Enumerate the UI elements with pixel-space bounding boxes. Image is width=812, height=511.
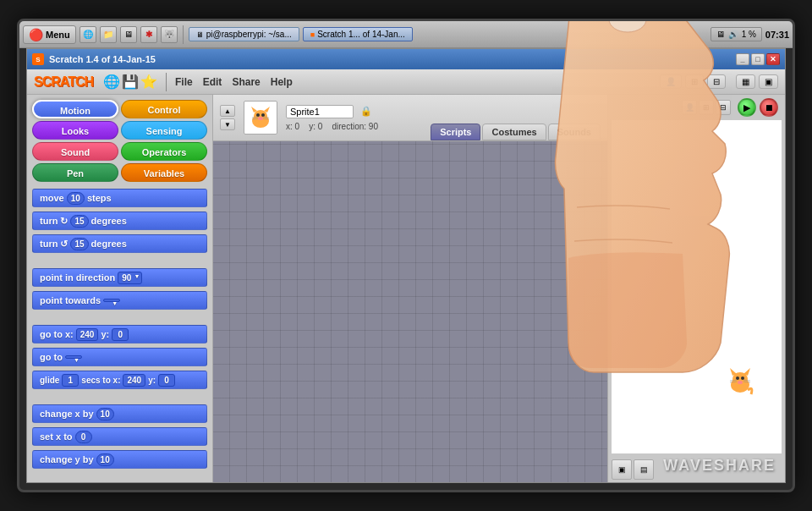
scratch-taskbar-date: of 14-Jan... <box>363 30 405 39</box>
lock-icon: 🔒 <box>360 106 372 117</box>
block-change-y[interactable]: change y by 10 <box>32 450 207 469</box>
category-control[interactable]: Control <box>121 100 207 118</box>
save-icon-btn[interactable]: 💾 <box>122 74 139 91</box>
window-titlebar: S Scratch 1.4 of 14-Jan-15 _ □ ✕ <box>27 49 785 69</box>
menu-edit[interactable]: Edit <box>203 76 222 88</box>
sprite-name-input[interactable] <box>286 105 354 118</box>
minimize-button[interactable]: _ <box>736 53 749 65</box>
tb-icon-screen[interactable]: 🖥 <box>120 26 137 43</box>
svg-point-16 <box>741 376 744 380</box>
stage-shrink-btn[interactable]: ⊟ <box>716 100 731 115</box>
menu-button[interactable]: 🔴 Menu <box>23 25 76 44</box>
block-set-x[interactable]: set x to 0 <box>32 427 207 446</box>
stage-cat-sprite <box>724 365 756 403</box>
scratch-window: S Scratch 1.4 of 14-Jan-15 _ □ ✕ SCRATCH… <box>26 48 786 483</box>
scratch-taskbar-title: Scratch 1... <box>317 30 360 39</box>
block-spacer-2 <box>32 314 207 321</box>
taskbar-right: 🖥 🔊 1 % 07:31 <box>710 27 789 41</box>
sprite-next-btn[interactable]: ▼ <box>220 118 235 130</box>
stage-bottom-btn-2[interactable]: ▤ <box>634 459 654 480</box>
menu-share[interactable]: Share <box>232 76 260 88</box>
scripts-panel: ▲ ▼ <box>213 95 607 482</box>
clock: 07:31 <box>765 30 789 40</box>
category-variables[interactable]: Variables <box>121 163 207 182</box>
layout-small-btn[interactable]: ▣ <box>759 74 778 89</box>
tb-icon-globe[interactable]: 🌐 <box>80 26 96 43</box>
categories: Motion Control Looks Sensing Sound Opera… <box>27 95 212 185</box>
category-sound[interactable]: Sound <box>32 142 118 161</box>
volume-icon: 🔊 <box>728 30 738 39</box>
block-move[interactable]: move 10 steps <box>32 189 207 207</box>
close-button[interactable]: ✕ <box>766 53 780 65</box>
sys-tray: 🖥 🔊 1 % <box>710 27 762 41</box>
category-looks[interactable]: Looks <box>32 121 118 140</box>
block-turn-ccw[interactable]: turn ↺ 15 degrees <box>32 234 207 253</box>
sprite-x: x: 0 <box>286 122 299 131</box>
svg-point-5 <box>261 113 265 117</box>
blocks-panel: Motion Control Looks Sensing Sound Opera… <box>27 95 213 482</box>
sprite-name-row: 🔒 <box>286 105 378 118</box>
stage-expand-btn[interactable]: ⊞ <box>699 100 714 115</box>
stage-controls: 👤 ⊞ ⊟ ▶ ⏹ <box>608 95 785 120</box>
menu-bar: File Edit Share Help <box>175 76 293 88</box>
network-icon: 🖥 <box>716 30 725 39</box>
layout-btn-1[interactable]: ⊞ <box>685 74 704 89</box>
block-goto[interactable]: go to <box>32 348 207 366</box>
green-flag-btn[interactable]: ▶ <box>738 98 756 117</box>
category-operators[interactable]: Operators <box>121 142 207 161</box>
sprite-prev-btn[interactable]: ▲ <box>220 105 235 117</box>
maximize-button[interactable]: □ <box>751 53 765 65</box>
globe-icon-btn[interactable]: 🌐 <box>103 74 120 91</box>
block-spacer-1 <box>32 257 207 264</box>
sprite-coords: x: 0 y: 0 direction: 90 <box>286 122 378 131</box>
sprite-info: 🔒 x: 0 y: 0 direction: 90 <box>286 105 378 131</box>
tb-scratch-icon: ■ <box>310 30 315 39</box>
scratch-logo: SCRATCH <box>34 74 93 90</box>
block-spacer-3 <box>32 393 207 400</box>
scratch-toolbar: SCRATCH 🌐 💾 ⭐ File Edit Share Help 👤 ⊞ ⊟… <box>27 69 785 95</box>
user-icon-btn[interactable]: 👤 <box>660 74 682 89</box>
block-point-direction[interactable]: point in direction 90 <box>32 268 207 287</box>
block-turn-cw[interactable]: turn ↻ 15 degrees <box>32 212 207 230</box>
menu-help[interactable]: Help <box>271 76 293 88</box>
stage-bottom-btn-1[interactable]: ▣ <box>612 459 632 480</box>
stop-btn[interactable]: ⏹ <box>760 98 778 117</box>
tb-icon-wolf[interactable]: 🐺 <box>161 26 178 43</box>
tb-divider-1 <box>183 25 184 44</box>
category-motion[interactable]: Motion <box>32 100 118 118</box>
scratch-toolbar-right: 👤 ⊞ ⊟ ▦ ▣ <box>660 74 778 89</box>
scratch-main: Motion Control Looks Sensing Sound Opera… <box>27 95 785 482</box>
window-icon: S <box>32 53 44 65</box>
svg-point-6 <box>258 117 263 120</box>
window-title: Scratch 1.4 of 14-Jan-15 <box>49 54 736 64</box>
volume-level: 1 % <box>742 30 756 39</box>
sprite-bar: ▲ ▼ <box>213 95 607 141</box>
layout-btn-2[interactable]: ⊟ <box>707 74 726 89</box>
block-goto-xy[interactable]: go to x: 240 y: 0 <box>32 325 207 343</box>
stage-panel: 👤 ⊞ ⊟ ▶ ⏹ <box>607 95 785 482</box>
menu-file[interactable]: File <box>175 76 193 88</box>
category-sensing[interactable]: Sensing <box>121 121 207 140</box>
scratch-app-btn[interactable]: ■ Scratch 1... of 14-Jan... <box>303 27 413 41</box>
svg-point-15 <box>736 376 739 380</box>
star-icon-btn[interactable]: ⭐ <box>140 74 157 91</box>
stage-user-btn[interactable]: 👤 <box>682 100 697 115</box>
tb-icon-file[interactable]: 📁 <box>100 26 117 43</box>
layout-grid-btn[interactable]: ▦ <box>736 74 755 89</box>
svg-point-17 <box>738 381 743 384</box>
tab-scripts[interactable]: Scripts <box>431 124 480 140</box>
terminal-app-btn[interactable]: 🖥 pi@raspberrypi: ~/sa... <box>189 27 299 41</box>
tb-icon-asterisk[interactable]: ✱ <box>140 26 157 43</box>
svg-point-4 <box>256 113 260 117</box>
block-point-towards[interactable]: point towards <box>32 291 207 310</box>
stage-view <box>612 120 782 453</box>
category-pen[interactable]: Pen <box>32 163 118 182</box>
stage-icon-row: 👤 ⊞ ⊟ <box>682 100 734 115</box>
terminal-title: pi@raspberrypi: ~/sa... <box>206 30 292 39</box>
block-glide[interactable]: glide 1 secs to x: 240 y: 0 <box>32 371 207 389</box>
block-change-x[interactable]: change x by 10 <box>32 404 207 423</box>
tab-sounds[interactable]: Sounds <box>548 124 601 140</box>
scripts-area[interactable] <box>213 141 607 482</box>
sprite-y: y: 0 <box>309 122 322 131</box>
tab-costumes[interactable]: Costumes <box>482 124 546 140</box>
